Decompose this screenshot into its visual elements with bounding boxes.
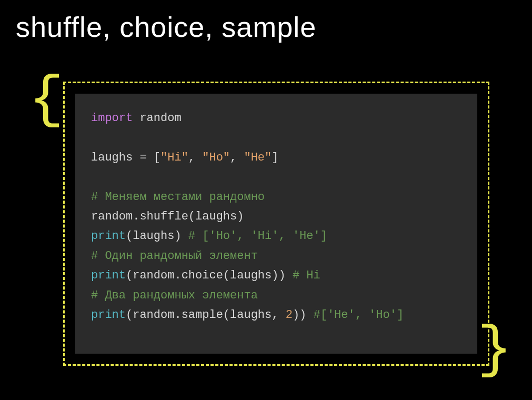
module-random: random: [133, 112, 181, 125]
comma: ,: [188, 151, 202, 164]
blank-line: [91, 167, 461, 187]
fn-print: print: [91, 269, 126, 282]
code-line-shuffle-call: random.shuffle(laughs): [91, 207, 461, 226]
code-line-laughs-assign: laughs = ["Hi", "Ho", "He"]: [91, 148, 461, 167]
number-two: 2: [286, 308, 293, 322]
comment-output-choice: # Hi: [293, 269, 320, 282]
comment-output-sample: #['He', 'Ho']: [313, 308, 404, 322]
code-comment-sample: # Два рандомных элемента: [91, 286, 461, 305]
code-line-print-sample: print(random.sample(laughs, 2)) #['He', …: [91, 305, 461, 325]
string-hi: "Hi": [160, 151, 188, 164]
bracket-close: ]: [272, 151, 278, 164]
decorative-brace-left-icon: {: [29, 71, 64, 129]
code-line-print-laughs: print(laughs) # ['Ho', 'Hi', 'He']: [91, 226, 461, 246]
op-equals: =: [139, 151, 153, 164]
code-comment-shuffle: # Меняем местами рандомно: [91, 187, 461, 207]
args-sample-a: (random.sample(laughs,: [126, 308, 286, 322]
args-sample-b: )): [293, 308, 314, 322]
string-he: "He": [244, 151, 272, 164]
code-container: import random laughs = ["Hi", "Ho", "He"…: [63, 82, 489, 366]
comma: ,: [230, 151, 244, 164]
comment-text: # Меняем местами рандомно: [91, 191, 265, 204]
bracket-open: [: [154, 151, 160, 164]
code-comment-choice: # Один рандомный элемент: [91, 246, 461, 266]
comment-text: # Один рандомный элемент: [91, 249, 258, 263]
slide-title: shuffle, choice, sample: [0, 0, 532, 43]
fn-print: print: [91, 308, 126, 322]
args-laughs: (laughs): [126, 229, 188, 243]
code-line-print-choice: print(random.choice(laughs)) # Hi: [91, 266, 461, 285]
call-shuffle: random.shuffle(laughs): [91, 210, 244, 223]
args-choice: (random.choice(laughs)): [126, 269, 293, 282]
var-laughs: laughs: [91, 151, 139, 164]
code-block: import random laughs = ["Hi", "Ho", "He"…: [75, 94, 477, 354]
fn-print: print: [91, 229, 126, 243]
code-line-import: import random: [91, 108, 461, 128]
blank-line: [91, 128, 461, 147]
string-ho: "Ho": [202, 151, 230, 164]
keyword-import: import: [91, 112, 133, 125]
comment-text: # Два рандомных элемента: [91, 289, 258, 302]
comment-output-shuffle: # ['Ho', 'Hi', 'He']: [188, 229, 327, 243]
